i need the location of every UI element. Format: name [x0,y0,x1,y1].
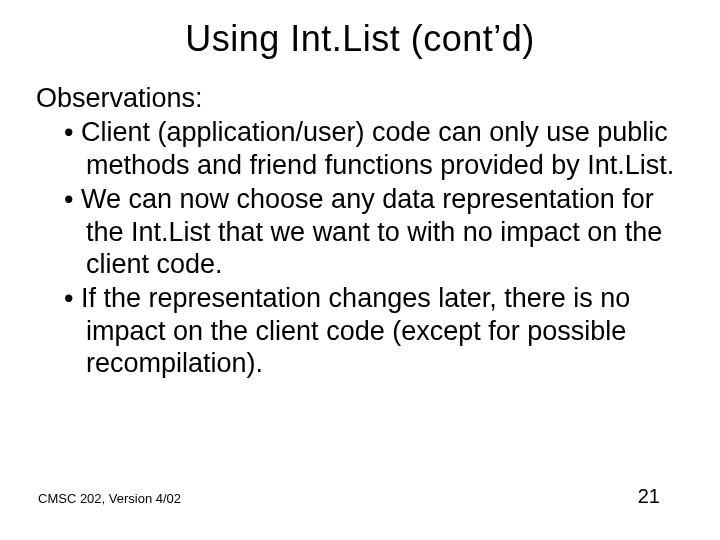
observations-heading: Observations: [36,82,684,114]
footer-course-version: CMSC 202, Version 4/02 [38,491,181,506]
slide-title: Using Int.List (cont’d) [36,18,684,60]
slide-container: Using Int.List (cont’d) Observations: Cl… [0,0,720,540]
list-item: If the representation changes later, the… [36,282,684,379]
slide-footer: CMSC 202, Version 4/02 21 [38,485,660,508]
bullet-list: Client (application/user) code can only … [36,116,684,379]
list-item: We can now choose any data representatio… [36,183,684,280]
footer-page-number: 21 [638,485,660,508]
list-item: Client (application/user) code can only … [36,116,684,181]
